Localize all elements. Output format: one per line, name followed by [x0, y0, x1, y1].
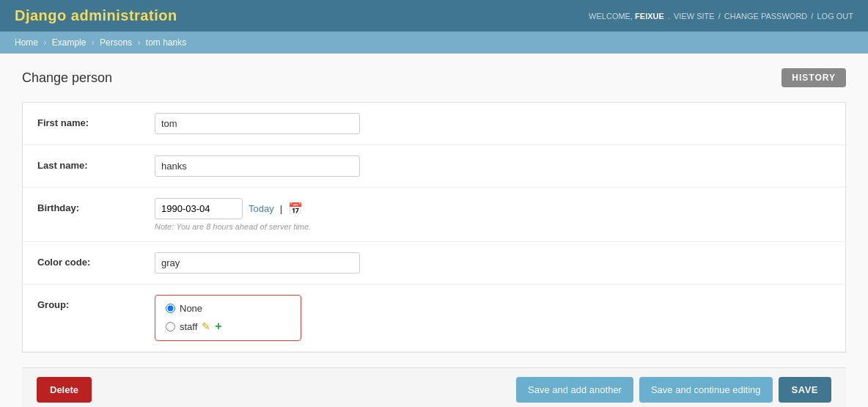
header-nav: WELCOME, FEIXUE . VIEW SITE / CHANGE PAS… — [589, 12, 853, 21]
group-radio-staff[interactable] — [166, 322, 175, 331]
first-name-label: First name: — [37, 113, 155, 128]
group-option-none: None — [166, 303, 290, 314]
view-site-link[interactable]: VIEW SITE — [674, 12, 715, 21]
page-title: Change person — [22, 70, 112, 86]
group-radio-none[interactable] — [166, 304, 175, 313]
birthday-field: Today | 📅 Note: You are 8 hours ahead of… — [155, 198, 831, 231]
group-box: None staff ✎ + — [155, 295, 301, 341]
welcome-prefix: WELCOME, — [589, 12, 633, 21]
site-title: Django administration — [15, 7, 177, 24]
footer-bar: Delete Save and add another Save and con… — [22, 367, 846, 407]
save-add-another-button[interactable]: Save and add another — [516, 377, 633, 403]
action-buttons: Save and add another Save and continue e… — [516, 377, 831, 403]
staff-add-icon[interactable]: + — [215, 320, 221, 333]
group-option-staff: staff ✎ + — [166, 320, 290, 333]
group-field: None staff ✎ + — [155, 295, 831, 341]
site-header: Django administration WELCOME, FEIXUE . … — [0, 0, 868, 32]
breadcrumb-current: tom hanks — [146, 37, 186, 48]
save-button[interactable]: SAVE — [779, 377, 831, 403]
group-row: Group: None staff ✎ + — [23, 285, 845, 352]
color-code-field — [155, 252, 831, 274]
log-out-link[interactable]: LOG OUT — [817, 12, 853, 21]
group-label-none: None — [180, 303, 202, 314]
first-name-field — [155, 113, 831, 134]
last-name-row: Last name: — [23, 145, 845, 188]
birthday-row: Birthday: Today | 📅 Note: You are 8 hour… — [23, 188, 845, 242]
color-code-label: Color code: — [37, 252, 155, 268]
calendar-icon[interactable]: 📅 — [288, 202, 303, 216]
color-code-input[interactable] — [155, 252, 360, 274]
breadcrumb-home[interactable]: Home — [15, 37, 38, 48]
history-button[interactable]: HISTORY — [781, 68, 846, 87]
first-name-input[interactable] — [155, 113, 360, 134]
last-name-input[interactable] — [155, 155, 360, 177]
form-container: First name: Last name: Birthday: Today |… — [22, 102, 846, 353]
delete-button[interactable]: Delete — [37, 377, 92, 403]
color-code-row: Color code: — [23, 242, 845, 285]
last-name-label: Last name: — [37, 155, 155, 171]
separator: | — [280, 203, 282, 214]
save-continue-button[interactable]: Save and continue editing — [639, 377, 773, 403]
username: FEIXUE — [635, 12, 664, 21]
group-label: Group: — [37, 295, 155, 310]
last-name-field — [155, 155, 831, 177]
staff-edit-icon[interactable]: ✎ — [202, 320, 210, 332]
breadcrumb: Home › Example › Persons › tom hanks — [0, 32, 868, 54]
breadcrumb-persons[interactable]: Persons — [100, 37, 132, 48]
change-password-link[interactable]: CHANGE PASSWORD — [724, 12, 807, 21]
birthday-label: Birthday: — [37, 198, 155, 213]
main-content: Change person HISTORY First name: Last n… — [0, 54, 868, 407]
birthday-wrapper: Today | 📅 — [155, 198, 831, 219]
breadcrumb-example[interactable]: Example — [52, 37, 87, 48]
server-note: Note: You are 8 hours ahead of server ti… — [155, 222, 831, 231]
today-link[interactable]: Today — [249, 203, 274, 214]
page-header-row: Change person HISTORY — [22, 68, 846, 87]
first-name-row: First name: — [23, 103, 845, 145]
group-label-staff: staff — [180, 321, 197, 332]
birthday-input[interactable] — [155, 198, 243, 219]
